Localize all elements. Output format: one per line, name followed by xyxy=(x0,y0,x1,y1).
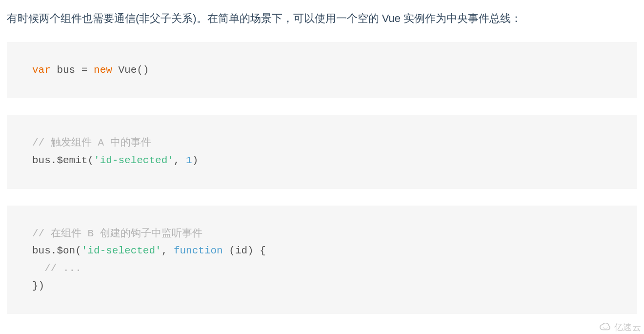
token-text: bus.$on( xyxy=(32,245,81,256)
token-keyword-function: function xyxy=(174,245,223,256)
token-comment: // ... xyxy=(32,263,81,274)
token-string: 'id-selected' xyxy=(81,245,161,256)
token-comment: // 触发组件 A 中的事件 xyxy=(32,137,151,148)
token-number: 1 xyxy=(186,155,192,166)
code-block-3: // 在组件 B 创建的钩子中监听事件 bus.$on('id-selected… xyxy=(7,206,637,314)
intro-paragraph: 有时候两个组件也需要通信(非父子关系)。在简单的场景下，可以使用一个空的 Vue… xyxy=(0,0,644,28)
token-text: , xyxy=(174,155,186,166)
token-keyword-new: new xyxy=(94,64,112,76)
document-container: 有时候两个组件也需要通信(非父子关系)。在简单的场景下，可以使用一个空的 Vue… xyxy=(0,0,644,314)
code-block-1: var bus = new Vue() xyxy=(7,42,637,99)
token-comment: // 在组件 B 创建的钩子中监听事件 xyxy=(32,228,202,239)
token-text: (id) { xyxy=(223,245,266,256)
token-string: 'id-selected' xyxy=(94,155,174,166)
token-text: bus = xyxy=(51,64,94,76)
code-block-2: // 触发组件 A 中的事件 bus.$emit('id-selected', … xyxy=(7,115,637,188)
token-text: , xyxy=(161,245,174,256)
token-keyword-var: var xyxy=(32,64,51,76)
token-text: Vue() xyxy=(112,64,149,76)
token-text: }) xyxy=(32,280,44,292)
token-text: ) xyxy=(192,155,199,166)
token-text: bus.$emit( xyxy=(32,155,94,166)
